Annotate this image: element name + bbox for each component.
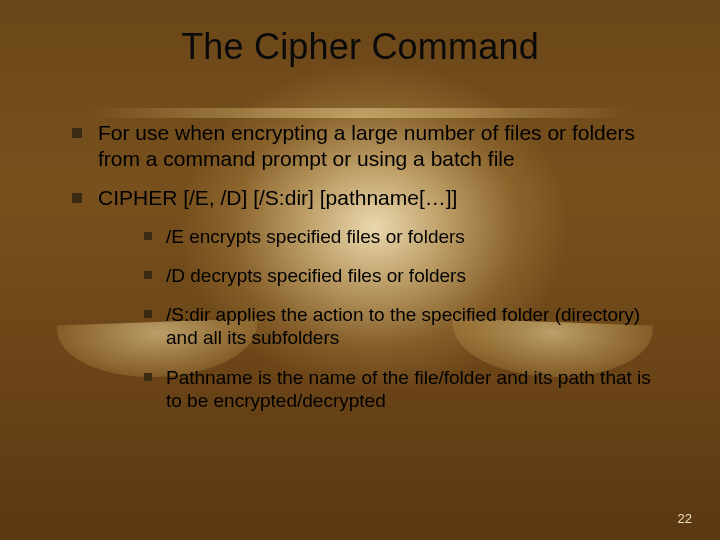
square-bullet-icon [72, 128, 82, 138]
sub-bullet-text: /S:dir applies the action to the specifi… [166, 303, 660, 349]
decorative-beam [90, 108, 630, 118]
bullet-text: For use when encrypting a large number o… [98, 120, 660, 171]
slide-body: For use when encrypting a large number o… [72, 120, 660, 428]
sub-bullet-item: /E encrypts specified files or folders [144, 225, 660, 248]
square-bullet-icon [144, 373, 152, 381]
square-bullet-icon [144, 271, 152, 279]
sub-bullet-item: /S:dir applies the action to the specifi… [144, 303, 660, 349]
sub-bullet-item: Pathname is the name of the file/folder … [144, 366, 660, 412]
square-bullet-icon [144, 310, 152, 318]
sub-bullet-text: /E encrypts specified files or folders [166, 225, 465, 248]
sub-bullet-item: /D decrypts specified files or folders [144, 264, 660, 287]
sub-bullet-text: Pathname is the name of the file/folder … [166, 366, 660, 412]
bullet-item: CIPHER [/E, /D] [/S:dir] [pathname[…]] [72, 185, 660, 211]
bullet-item: For use when encrypting a large number o… [72, 120, 660, 171]
sub-bullet-text: /D decrypts specified files or folders [166, 264, 466, 287]
slide: The Cipher Command For use when encrypti… [0, 0, 720, 540]
slide-title: The Cipher Command [0, 26, 720, 68]
bullet-text: CIPHER [/E, /D] [/S:dir] [pathname[…]] [98, 185, 457, 211]
square-bullet-icon [144, 232, 152, 240]
square-bullet-icon [72, 193, 82, 203]
page-number: 22 [678, 511, 692, 526]
sub-bullet-list: /E encrypts specified files or folders /… [144, 225, 660, 412]
